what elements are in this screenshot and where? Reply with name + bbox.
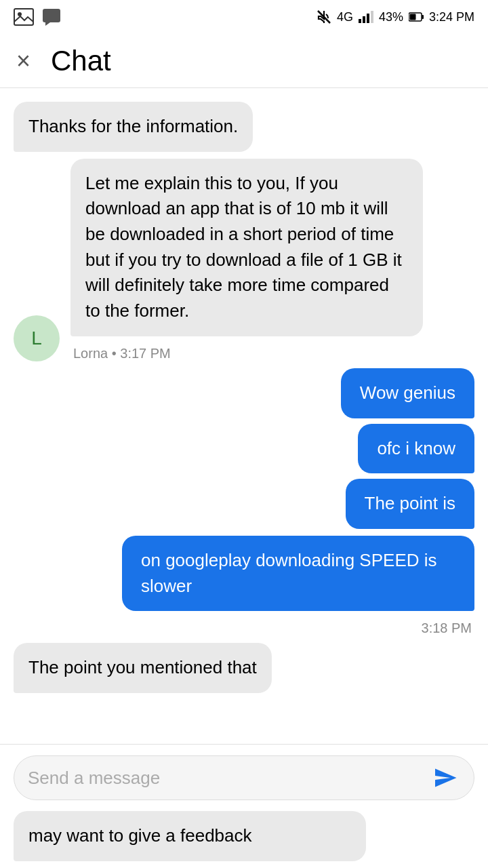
- bubble-sent: on googleplay downloading SPEED is slowe…: [122, 536, 474, 611]
- svg-rect-2: [43, 9, 60, 22]
- message-input-row: [14, 755, 474, 800]
- send-button[interactable]: [430, 763, 460, 793]
- input-area: [0, 744, 488, 811]
- list-item: may want to give a feedback: [14, 811, 366, 861]
- bubble-sent: ofc i know: [358, 424, 474, 474]
- bubble-sent: The point is: [346, 479, 474, 529]
- signal-label: 4G: [337, 10, 353, 24]
- svg-rect-0: [14, 9, 33, 25]
- page-title: Chat: [51, 45, 111, 77]
- sent-group: Wow genius ofc i know The point is: [14, 368, 474, 529]
- battery-label: 43%: [379, 10, 403, 24]
- battery-icon: [409, 12, 424, 22]
- close-button[interactable]: ×: [16, 49, 30, 73]
- list-item: Thanks for the information.: [14, 102, 253, 152]
- bubble-sent: Wow genius: [341, 368, 474, 418]
- status-bar-right: 4G 43% 3:24 PM: [317, 9, 474, 24]
- svg-rect-5: [359, 19, 361, 23]
- message-timestamp: 3:18 PM: [422, 620, 474, 636]
- svg-point-1: [18, 12, 22, 16]
- svg-marker-3: [45, 22, 50, 26]
- avatar: L: [14, 315, 60, 361]
- status-bar-left: [14, 8, 61, 26]
- sent-group: on googleplay downloading SPEED is slowe…: [14, 536, 474, 636]
- app-bar: × Chat: [0, 34, 488, 88]
- svg-rect-11: [409, 14, 415, 20]
- mute-icon: [317, 9, 331, 24]
- partial-bottom: may want to give a feedback: [0, 811, 488, 868]
- chat-area: Thanks for the information. L Let me exp…: [0, 88, 488, 744]
- chat-status-icon: [42, 8, 61, 26]
- svg-rect-10: [422, 15, 424, 19]
- received-bubbles: Let me explain this to you, If you downl…: [70, 159, 423, 361]
- message-input[interactable]: [28, 768, 422, 789]
- signal-icon: [359, 11, 373, 23]
- status-bar: 4G 43% 3:24 PM: [0, 0, 488, 34]
- send-icon: [433, 766, 458, 790]
- message-timestamp: Lorna • 3:17 PM: [70, 346, 423, 361]
- time-label: 3:24 PM: [429, 10, 474, 24]
- list-item: L Let me explain this to you, If you dow…: [14, 159, 423, 361]
- svg-rect-6: [363, 16, 365, 23]
- svg-rect-8: [371, 11, 373, 23]
- list-item: The point you mentioned that: [14, 643, 272, 693]
- image-icon: [14, 8, 34, 26]
- svg-rect-7: [367, 14, 369, 23]
- bubble-received: Let me explain this to you, If you downl…: [70, 159, 423, 336]
